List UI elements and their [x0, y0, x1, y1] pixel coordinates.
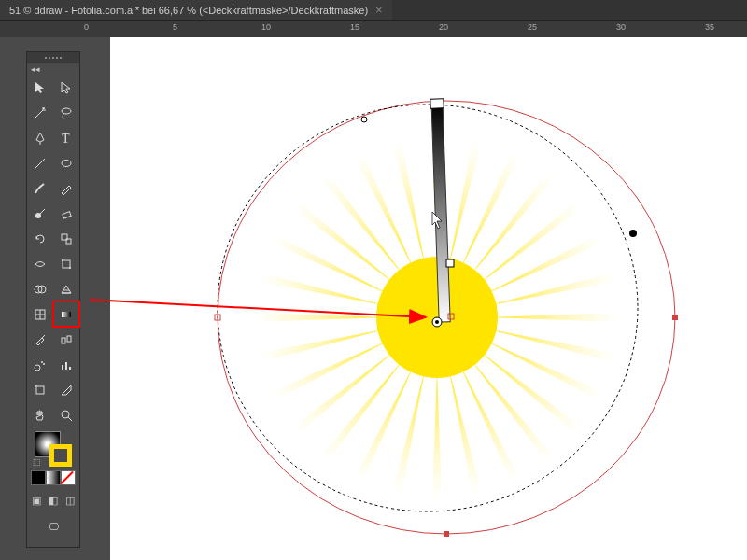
eyedropper-tool[interactable]: [27, 327, 53, 352]
svg-rect-28: [36, 386, 44, 394]
gradient-start-dot: [435, 320, 439, 324]
svg-line-30: [68, 417, 72, 421]
svg-rect-20: [62, 338, 65, 343]
svg-rect-8: [63, 211, 71, 217]
gradient-end-handle[interactable]: [430, 99, 444, 108]
svg-point-24: [43, 363, 45, 365]
blob-brush-tool[interactable]: [27, 201, 53, 226]
color-mode-gradient[interactable]: [46, 470, 61, 485]
svg-text:T: T: [62, 132, 70, 146]
svg-point-12: [62, 259, 63, 261]
svg-line-5: [35, 159, 45, 168]
tool-grid: T: [27, 75, 79, 427]
handle-bottom[interactable]: [444, 531, 449, 537]
svg-point-6: [62, 160, 71, 166]
svg-rect-21: [67, 336, 71, 342]
swap-fill-stroke-icon[interactable]: ⬚: [33, 457, 41, 467]
mesh-tool[interactable]: [27, 301, 53, 327]
pen-tool[interactable]: [27, 125, 53, 150]
color-mode-row: [27, 470, 79, 485]
draw-mode-inside-icon[interactable]: ◫: [63, 493, 78, 508]
ruler-tick: 30: [616, 22, 626, 32]
zoom-tool[interactable]: [53, 402, 79, 427]
screen-mode-row: ▣ ◧ ◫: [25, 489, 81, 511]
svg-rect-11: [63, 260, 70, 268]
close-tab-icon[interactable]: ×: [375, 3, 383, 17]
canvas-area[interactable]: [17, 37, 747, 560]
scale-tool[interactable]: [53, 226, 79, 251]
svg-rect-26: [65, 362, 67, 370]
ellipse-tool[interactable]: [53, 150, 79, 175]
column-graph-tool[interactable]: [53, 352, 79, 377]
collapse-panel-button[interactable]: ◂◂: [27, 63, 79, 75]
perspective-grid-tool[interactable]: [53, 276, 79, 301]
rotate-tool[interactable]: [27, 226, 53, 251]
magic-wand-tool[interactable]: [27, 100, 53, 125]
stroke-swatch[interactable]: [49, 444, 72, 467]
color-mode-solid[interactable]: [31, 470, 46, 485]
svg-point-13: [69, 267, 71, 269]
anchor-point-1[interactable]: [629, 230, 637, 237]
shape-builder-tool[interactable]: [27, 276, 53, 301]
gradient-mid-handle[interactable]: [446, 259, 454, 267]
tools-panel-grip[interactable]: [27, 52, 79, 63]
svg-point-23: [41, 361, 43, 363]
blend-tool[interactable]: [53, 327, 79, 352]
tools-panel: ◂◂ T ⬚ ▣ ◧ ◫ 🖵: [26, 51, 80, 548]
slice-tool[interactable]: [53, 377, 79, 402]
draw-mode-behind-icon[interactable]: ◧: [46, 493, 61, 508]
selection-tool[interactable]: [27, 75, 53, 100]
svg-point-3: [62, 108, 71, 114]
document-tab-bar: 51 © ddraw - Fotolia.com.ai* bei 66,67 %…: [0, 0, 747, 21]
artboard-tool[interactable]: [27, 377, 53, 402]
lasso-tool[interactable]: [53, 100, 79, 125]
svg-rect-27: [69, 367, 71, 370]
screen-mode-icon[interactable]: 🖵: [46, 519, 61, 534]
document-tab-title: 51 © ddraw - Fotolia.com.ai* bei 66,67 %…: [9, 5, 368, 16]
svg-rect-25: [62, 365, 63, 370]
svg-point-2: [43, 107, 45, 109]
line-segment-tool[interactable]: [27, 150, 53, 175]
paintbrush-tool[interactable]: [27, 175, 53, 201]
ruler-tick: 35: [705, 22, 714, 32]
svg-point-29: [62, 411, 69, 418]
free-transform-tool[interactable]: [53, 251, 79, 276]
ruler-tick: 5: [173, 22, 177, 32]
ruler-tick: 0: [84, 22, 89, 32]
document-tab[interactable]: 51 © ddraw - Fotolia.com.ai* bei 66,67 %…: [0, 0, 392, 20]
color-mode-none[interactable]: [61, 470, 76, 485]
ruler-tick: 10: [261, 22, 271, 32]
ruler-tick: 25: [528, 22, 537, 32]
artwork-svg: [110, 37, 745, 560]
gradient-tool[interactable]: [53, 301, 79, 327]
hand-tool[interactable]: [27, 402, 53, 427]
direct-selection-tool[interactable]: [53, 75, 79, 100]
svg-point-22: [35, 365, 40, 371]
svg-rect-19: [62, 312, 71, 317]
ruler-horizontal: 05101520253035: [0, 21, 747, 37]
anchor-point-2[interactable]: [361, 117, 367, 122]
width-tool[interactable]: [27, 251, 53, 276]
handle-right[interactable]: [672, 315, 678, 320]
screen-mode-button-row: 🖵: [42, 515, 64, 538]
fill-stroke-swatch[interactable]: ⬚: [33, 431, 74, 467]
symbol-sprayer-tool[interactable]: [27, 352, 53, 377]
ruler-tick: 20: [439, 22, 448, 32]
draw-mode-normal-icon[interactable]: ▣: [29, 493, 44, 508]
pencil-tool[interactable]: [53, 175, 79, 201]
eraser-tool[interactable]: [53, 201, 79, 226]
ruler-tick: 15: [350, 22, 359, 32]
fill-stroke-area: ⬚ ▣ ◧ ◫ 🖵: [27, 427, 79, 541]
type-tool[interactable]: T: [53, 125, 79, 150]
